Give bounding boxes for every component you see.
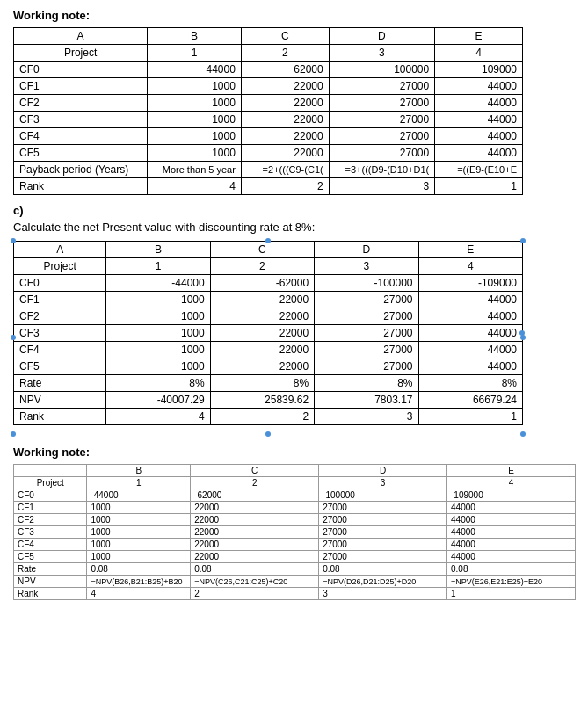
- t1-rank-e: 1: [435, 178, 523, 195]
- table-row: CF2 1000 22000 27000 44000: [14, 514, 576, 526]
- t2-cf4-b: 1000: [106, 342, 210, 358]
- t1-h-a: A: [14, 28, 148, 45]
- t2-cf1-b: 1000: [106, 292, 210, 308]
- t3-cf3-c: 22000: [191, 526, 319, 539]
- t2-cf0-e: -109000: [418, 275, 522, 292]
- t1-cf2-b: 1000: [148, 95, 242, 112]
- t3-rank-label: Rank: [14, 588, 87, 600]
- t2-col-4: 4: [418, 258, 522, 275]
- t2-cf3-d: 27000: [315, 325, 418, 342]
- t1-payback-b: More than 5 year: [148, 162, 242, 178]
- t1-rank-d: 3: [329, 178, 435, 195]
- t1-cf5-d: 27000: [329, 145, 435, 162]
- t3-cf4-c: 22000: [191, 539, 319, 551]
- working-note-1-title: Working note:: [13, 9, 575, 22]
- t3-npv-e: =NPV(E26,E21:E25)+E20: [447, 576, 576, 588]
- t1-rank-b: 4: [148, 178, 242, 195]
- t3-col-4: 4: [447, 477, 576, 489]
- t3-cf1-label: CF1: [14, 502, 87, 514]
- t3-cf5-c: 22000: [191, 551, 319, 563]
- table2-letter-header: A B C D E: [14, 242, 523, 258]
- t3-h-c: C: [191, 465, 319, 477]
- table3-col-headers: Project 1 2 3 4: [14, 477, 576, 489]
- t1-col-project: Project: [14, 45, 148, 62]
- t3-h-e: E: [447, 465, 576, 477]
- t3-h-a: [14, 465, 87, 477]
- t2-col-1: 1: [106, 258, 210, 275]
- t1-cf2-c: 22000: [241, 95, 329, 112]
- t1-h-e: E: [435, 28, 523, 45]
- t2-cf4-c: 22000: [210, 342, 314, 358]
- t3-rate-d: 0.08: [319, 563, 447, 576]
- t2-rate-e: 8%: [418, 375, 522, 392]
- table3-letter-header: B C D E: [14, 465, 576, 477]
- t2-cf3-b: 1000: [106, 325, 210, 342]
- t3-rate-c: 0.08: [191, 563, 319, 576]
- table-row: CF4 1000 22000 27000 44000: [14, 342, 523, 358]
- t1-cf1-label: CF1: [14, 78, 148, 95]
- t2-npv-d: 7803.17: [315, 392, 418, 409]
- t1-cf1-d: 27000: [329, 78, 435, 95]
- t2-col-project: Project: [14, 258, 106, 275]
- t3-cf0-c: -62000: [191, 489, 319, 502]
- t2-h-b: B: [106, 242, 210, 258]
- t3-cf4-b: 1000: [87, 539, 191, 551]
- t1-col-4: 4: [435, 45, 523, 62]
- table-row: NPV -40007.29 25839.62 7803.17 66679.24: [14, 392, 523, 409]
- t1-payback-c: =2+(((C9-(C1(: [241, 162, 329, 178]
- t2-cf2-d: 27000: [315, 308, 418, 325]
- table-row: Rate 8% 8% 8% 8%: [14, 375, 523, 392]
- table2: A B C D E Project 1 2 3 4 CF0 -44000 -62…: [13, 241, 523, 425]
- t2-npv-e: 66679.24: [418, 392, 522, 409]
- t1-cf2-e: 44000: [435, 95, 523, 112]
- t3-col-3: 3: [319, 477, 447, 489]
- t3-rank-c: 2: [191, 588, 319, 600]
- t1-cf4-b: 1000: [148, 128, 242, 145]
- t1-col-3: 3: [329, 45, 435, 62]
- t3-cf2-d: 27000: [319, 514, 447, 526]
- t1-cf1-b: 1000: [148, 78, 242, 95]
- table-row: Rank 4 2 3 1: [14, 588, 576, 600]
- t1-cf4-e: 44000: [435, 128, 523, 145]
- section-c-description: Calculate the net Present value with dis…: [13, 221, 575, 234]
- t1-payback-d: =3+(((D9-(D10+D1(: [329, 162, 435, 178]
- t1-cf3-label: CF3: [14, 112, 148, 128]
- table-row: CF5 1000 22000 27000 44000: [14, 358, 523, 375]
- t3-cf0-label: CF0: [14, 489, 87, 502]
- table-row: Rate 0.08 0.08 0.08 0.08: [14, 563, 576, 576]
- t2-cf5-d: 27000: [315, 358, 418, 375]
- t1-h-c: C: [241, 28, 329, 45]
- t1-cf3-d: 27000: [329, 112, 435, 128]
- t1-cf4-c: 22000: [241, 128, 329, 145]
- t2-col-3: 3: [315, 258, 418, 275]
- t2-cf0-d: -100000: [315, 275, 418, 292]
- section-c-label: c): [13, 204, 575, 217]
- t3-col-1: 1: [87, 477, 191, 489]
- corner-dot-bl: [11, 431, 16, 437]
- t1-payback-label: Payback period (Years): [14, 162, 148, 178]
- table1-letter-header: A B C D E: [14, 28, 523, 45]
- t1-cf5-c: 22000: [241, 145, 329, 162]
- t3-col-2: 2: [191, 477, 319, 489]
- t1-cf2-d: 27000: [329, 95, 435, 112]
- t2-cf1-d: 27000: [315, 292, 418, 308]
- t3-rate-b: 0.08: [87, 563, 191, 576]
- table3: B C D E Project 1 2 3 4 CF0 -44000 -6200…: [13, 464, 576, 600]
- side-dot-right: [519, 330, 525, 336]
- table-row: CF5 1000 22000 27000 44000: [14, 551, 576, 563]
- t1-cf5-e: 44000: [435, 145, 523, 162]
- table-row: CF3 1000 22000 27000 44000: [14, 325, 523, 342]
- t2-cf5-label: CF5: [14, 358, 106, 375]
- t2-cf2-label: CF2: [14, 308, 106, 325]
- t3-cf2-b: 1000: [87, 514, 191, 526]
- table-row: Payback period (Years) More than 5 year …: [14, 162, 523, 178]
- t2-rate-c: 8%: [210, 375, 314, 392]
- t1-cf0-c: 62000: [241, 62, 329, 78]
- table-row: CF4 1000 22000 27000 44000: [14, 128, 523, 145]
- t2-rank-d: 3: [315, 409, 418, 425]
- t2-cf5-c: 22000: [210, 358, 314, 375]
- table-row: CF3 1000 22000 27000 44000: [14, 526, 576, 539]
- table-row: NPV =NPV(B26,B21:B25)+B20 =NPV(C26,C21:C…: [14, 576, 576, 588]
- t1-rank-c: 2: [241, 178, 329, 195]
- t3-cf5-label: CF5: [14, 551, 87, 563]
